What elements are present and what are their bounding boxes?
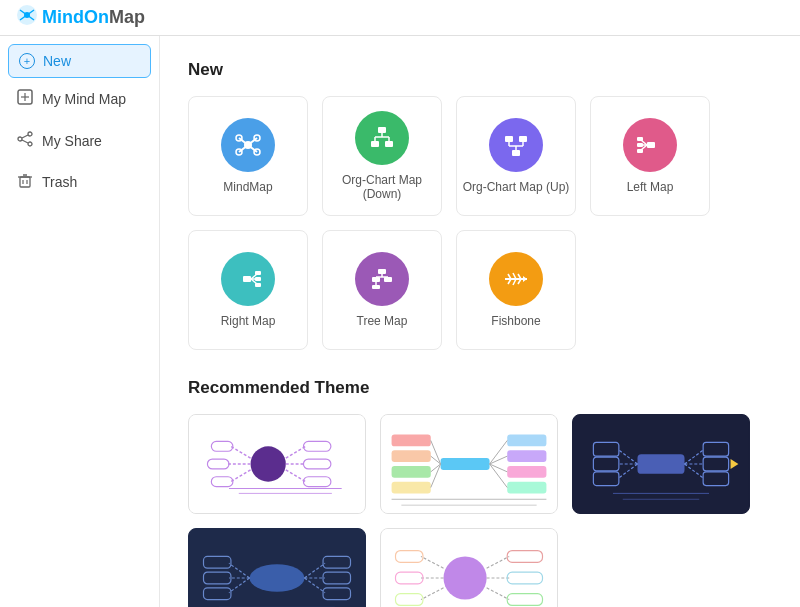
app-logo: MindOnMap bbox=[16, 4, 145, 31]
svg-rect-96 bbox=[507, 466, 546, 478]
theme-card-5[interactable] bbox=[380, 528, 558, 607]
tree-map-label: Tree Map bbox=[357, 314, 408, 328]
map-card-fishbone[interactable]: Fishbone bbox=[456, 230, 576, 350]
svg-rect-33 bbox=[371, 141, 379, 147]
logo-icon bbox=[16, 4, 38, 31]
map-card-org-down[interactable]: Org-Chart Map (Down) bbox=[322, 96, 442, 216]
svg-rect-90 bbox=[392, 435, 431, 447]
svg-rect-46 bbox=[637, 143, 643, 147]
svg-rect-51 bbox=[255, 271, 261, 275]
tree-map-icon bbox=[355, 252, 409, 306]
new-section: New bbox=[188, 60, 772, 350]
map-card-mindmap[interactable]: MindMap bbox=[188, 96, 308, 216]
org-down-icon bbox=[355, 111, 409, 165]
theme-card-4[interactable] bbox=[188, 528, 366, 607]
org-up-icon bbox=[489, 118, 543, 172]
svg-point-11 bbox=[28, 142, 32, 146]
sidebar-item-my-mind-map[interactable]: My Mind Map bbox=[0, 78, 159, 120]
logo-text-mind: Mind bbox=[42, 7, 84, 28]
left-map-icon bbox=[623, 118, 677, 172]
left-map-label: Left Map bbox=[627, 180, 674, 194]
svg-rect-44 bbox=[637, 137, 643, 141]
mindmap-icon bbox=[221, 118, 275, 172]
recommended-section: Recommended Theme bbox=[188, 378, 772, 607]
map-card-tree-map[interactable]: Tree Map bbox=[322, 230, 442, 350]
sidebar-item-my-share[interactable]: My Share bbox=[0, 120, 159, 161]
svg-rect-109 bbox=[637, 454, 684, 474]
svg-rect-92 bbox=[392, 466, 431, 478]
svg-point-126 bbox=[250, 564, 305, 591]
app-header: MindOnMap bbox=[0, 0, 800, 36]
theme-card-1[interactable] bbox=[188, 414, 366, 514]
svg-rect-61 bbox=[372, 285, 380, 289]
map-card-org-up[interactable]: Org-Chart Map (Up) bbox=[456, 96, 576, 216]
svg-rect-94 bbox=[507, 435, 546, 447]
logo-text-map: Map bbox=[109, 7, 145, 28]
theme-card-2[interactable] bbox=[380, 414, 558, 514]
svg-rect-55 bbox=[255, 283, 261, 287]
main-content: New bbox=[160, 36, 800, 607]
fishbone-label: Fishbone bbox=[491, 314, 540, 328]
svg-rect-93 bbox=[392, 482, 431, 494]
org-down-label: Org-Chart Map (Down) bbox=[323, 173, 441, 201]
svg-rect-41 bbox=[519, 136, 527, 142]
sidebar-item-new[interactable]: + New bbox=[8, 44, 151, 78]
org-up-label: Org-Chart Map (Up) bbox=[463, 180, 570, 194]
theme-card-3[interactable] bbox=[572, 414, 750, 514]
svg-point-10 bbox=[18, 137, 22, 141]
logo-text-on: On bbox=[84, 7, 109, 28]
svg-rect-14 bbox=[20, 177, 30, 187]
sidebar: + New My Mind Map bbox=[0, 36, 160, 607]
svg-rect-35 bbox=[512, 150, 520, 156]
sidebar-item-mymindmap-label: My Mind Map bbox=[42, 91, 126, 107]
svg-point-142 bbox=[444, 556, 487, 599]
map-card-right-map[interactable]: Right Map bbox=[188, 230, 308, 350]
right-map-icon bbox=[221, 252, 275, 306]
svg-marker-71 bbox=[523, 276, 527, 282]
svg-line-13 bbox=[22, 140, 28, 143]
svg-rect-95 bbox=[507, 450, 546, 462]
svg-rect-53 bbox=[255, 277, 261, 281]
my-mind-map-icon bbox=[16, 88, 34, 110]
svg-rect-97 bbox=[507, 482, 546, 494]
svg-rect-28 bbox=[378, 127, 386, 133]
new-plus-icon: + bbox=[19, 53, 35, 69]
svg-rect-56 bbox=[378, 269, 386, 274]
svg-line-12 bbox=[22, 135, 28, 138]
svg-rect-48 bbox=[637, 149, 643, 153]
svg-point-9 bbox=[28, 132, 32, 136]
trash-icon bbox=[16, 171, 34, 192]
sidebar-item-trash-label: Trash bbox=[42, 174, 77, 190]
share-icon bbox=[16, 130, 34, 151]
svg-rect-49 bbox=[243, 276, 251, 282]
fishbone-icon bbox=[489, 252, 543, 306]
svg-rect-34 bbox=[385, 141, 393, 147]
right-map-label: Right Map bbox=[221, 314, 276, 328]
svg-rect-89 bbox=[441, 458, 490, 470]
svg-rect-40 bbox=[505, 136, 513, 142]
svg-point-73 bbox=[251, 446, 286, 481]
main-layout: + New My Mind Map bbox=[0, 36, 800, 607]
map-type-grid: MindMap O bbox=[188, 96, 772, 350]
theme-grid bbox=[188, 414, 772, 607]
sidebar-item-myshare-label: My Share bbox=[42, 133, 102, 149]
sidebar-item-trash[interactable]: Trash bbox=[0, 161, 159, 202]
svg-rect-42 bbox=[647, 142, 655, 148]
recommended-title: Recommended Theme bbox=[188, 378, 772, 398]
sidebar-item-new-label: New bbox=[43, 53, 71, 69]
svg-rect-91 bbox=[392, 450, 431, 462]
map-card-left-map[interactable]: Left Map bbox=[590, 96, 710, 216]
mindmap-label: MindMap bbox=[223, 180, 272, 194]
new-section-title: New bbox=[188, 60, 772, 80]
